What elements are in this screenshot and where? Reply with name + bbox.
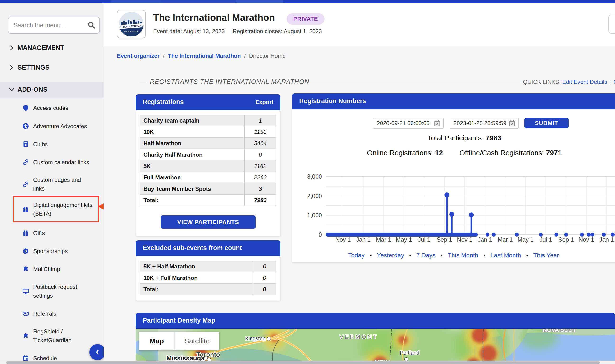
chart-range-links: TodayYesterday7 DaysThis MonthLast Month… [292,252,615,259]
handshake-icon [23,311,29,317]
svg-text:3,000: 3,000 [307,173,322,180]
calendar-icon [23,355,29,361]
breadcrumb-event-organizer[interactable]: Event organizer [117,52,159,59]
sidebar-collapse-button[interactable]: ‹ [89,344,105,360]
row-value: 0 [253,261,276,272]
logo-text-marathon: · MARATHON · [119,31,144,33]
search-input[interactable] [8,17,100,34]
edge-cut-widget[interactable] [608,15,615,34]
online-registrations-value: 12 [435,149,443,157]
table-row-total: Total:7983 [140,195,276,206]
sidebar-item-adventure-advocates[interactable]: Adventure Advocates [0,121,104,131]
registrations-chart: Nov 1Jan 1Mar 1May 1Jul 1Sep 1Nov 1Jan 1… [303,167,615,248]
horizontal-scrollbar[interactable] [0,361,615,364]
svg-text:0: 0 [319,231,322,238]
submit-button[interactable]: SUBMIT [524,118,569,129]
view-participants-button[interactable]: VIEW PARTICIPANTS [161,215,256,229]
sidebar-item-referrals[interactable]: Referrals [0,309,104,318]
svg-text:Jul 1: Jul 1 [540,236,552,243]
horizontal-scrollbar-thumb[interactable] [6,361,600,364]
calendar-picker-icon[interactable] [434,120,441,127]
top-nav-segment[interactable] [160,0,236,3]
row-label: Charity Half Marathon [140,151,244,158]
row-value: 1162 [244,160,276,171]
row-value: 3404 [244,138,276,149]
table-row: Half Marathon3404 [140,138,276,149]
table-row: Buy Team Member Spots3 [140,183,276,195]
row-label: Charity team captain [140,117,244,124]
row-label: Total: [140,197,244,204]
copy-event-link[interactable]: Copy Eve [613,79,615,85]
registrations-table: Charity team captain1 10K1150 Half Marat… [140,115,276,206]
quick-links-pipe: | [607,79,613,85]
range-link-this-year[interactable]: This Year [521,252,559,259]
sidebar-item-label: Postback request settings [33,283,77,300]
logo-text-the: THE [119,20,144,23]
svg-text:Jul 1: Jul 1 [418,236,431,243]
sidebar-item-postback-request-settings[interactable]: Postback request settings [0,282,104,300]
range-link-last-month[interactable]: Last Month [478,252,521,259]
svg-text:Nov 1: Nov 1 [578,236,594,243]
svg-text:Nov 1: Nov 1 [457,236,472,243]
sidebar-item-custom-calendar-links[interactable]: Custom calendar links [0,157,104,167]
satellite-view-button[interactable]: Satellite [174,332,219,350]
density-map-header: Participant Density Map [136,313,615,329]
range-link-7-days[interactable]: 7 Days [404,252,435,259]
sidebar-search [8,17,100,34]
date-from-input[interactable]: 2020-09-21 00:00:00 [373,117,444,129]
search-icon[interactable] [88,21,95,29]
sidebar-item-gifts[interactable]: Gifts [0,228,104,238]
map-label-vermont: VERMONT [340,334,378,340]
sidebar-item-regshield-ticketguardian[interactable]: RegShield / TicketGuardian [0,327,104,345]
range-link-this-month[interactable]: This Month [435,252,478,259]
row-value: 0 [253,272,276,284]
sidebar-item-mailchimp[interactable]: MailChimp [0,264,104,274]
top-nav-bar[interactable] [0,0,615,3]
chevron-down-icon [9,87,14,92]
sidebar-item-access-codes[interactable]: Access codes [0,103,104,113]
event-dates: Event date: August 13, 2023 Registration… [153,28,322,35]
table-row: Charity team captain1 [140,115,276,126]
map-view-button[interactable]: Map [139,332,174,350]
table-row: Charity Half Marathon0 [140,149,276,160]
export-link[interactable]: Export [255,99,273,105]
annotation-highlight-box [13,196,99,222]
sidebar-section-settings[interactable]: SETTINGS [0,61,104,74]
svg-text:Mar 1: Mar 1 [498,236,513,243]
excluded-title: Excluded sub-events from count [143,244,242,252]
range-link-yesterday[interactable]: Yesterday [365,252,404,259]
top-nav-segment[interactable] [236,0,283,3]
app-window: MANAGEMENT SETTINGS ADD-ONS Access codes… [0,0,615,364]
registrations-panel: Registrations Export Charity team captai… [136,94,280,236]
map-type-control: Map Satellite [139,332,219,350]
svg-text:May 1: May 1 [517,236,534,243]
breadcrumb-event[interactable]: The International Marathon [168,52,241,59]
sidebar-item-label: Sponsorships [33,247,67,256]
date-to-input[interactable]: 2023-01-25 23:59:59 [450,117,519,129]
density-map-panel: Participant Density Map [136,313,615,364]
row-label: Total: [140,286,253,293]
sidebar-item-clubs[interactable]: Clubs [0,139,104,149]
edit-event-details-link[interactable]: Edit Event Details [562,79,607,85]
sidebar-section-add-ons[interactable]: ADD-ONS [0,81,104,98]
range-link-today[interactable]: Today [348,252,364,259]
sidebar-section-label: ADD-ONS [18,86,47,93]
density-map-title: Participant Density Map [143,317,215,324]
svg-text:Sep 1: Sep 1 [437,236,452,243]
svg-text:Nov 1: Nov 1 [335,236,351,243]
registrations-panel-body: Charity team captain1 10K1150 Half Marat… [136,110,280,236]
top-nav-segment[interactable] [111,0,160,3]
sidebar: MANAGEMENT SETTINGS ADD-ONS Access codes… [0,3,104,364]
calendar-picker-icon[interactable] [509,120,516,127]
sidebar-item-label: Access codes [33,104,68,112]
shield-icon [23,105,29,111]
sidebar-item-label: Referrals [33,309,56,318]
row-value: 0 [244,149,276,160]
sidebar-section-management[interactable]: MANAGEMENT [0,42,104,54]
section-rule-left [139,81,146,82]
sidebar-item-custom-pages-and-links[interactable]: Custom pages and links [0,175,104,193]
offline-registrations-stat: Offline/Cash Registrations: 7971 [459,149,562,157]
sidebar-item-sponsorships[interactable]: $ Sponsorships [0,246,104,256]
row-label: Buy Team Member Spots [140,185,244,192]
map-canvas[interactable]: Kingston Toronto Mississauga VERMONT Por… [136,329,615,364]
